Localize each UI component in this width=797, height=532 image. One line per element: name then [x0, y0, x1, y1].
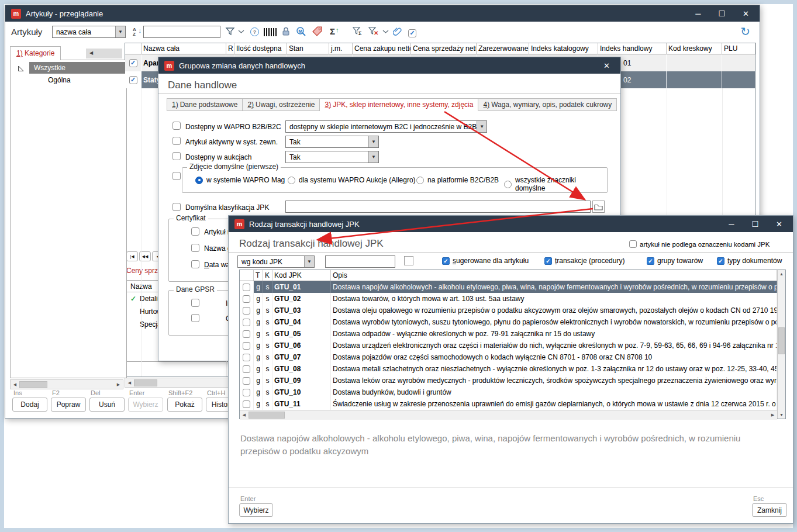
jpk-row-selected[interactable]: g s GTU_01 Dostawa napojów alkoholowych …: [240, 281, 777, 293]
row-checkbox[interactable]: [243, 365, 250, 373]
close-button[interactable]: Zamknij: [752, 503, 787, 517]
jpk-row[interactable]: g s GTU_07 Dostawa pojazdów oraz części …: [240, 351, 777, 363]
column-header[interactable]: Cena zakupu netto: [353, 43, 411, 54]
help-icon[interactable]: ?: [250, 27, 259, 36]
row-checkbox[interactable]: ✓: [129, 59, 137, 67]
radio-wapro-mag[interactable]: w systemie WAPRO Mag: [195, 176, 285, 184]
titlebar-jpk[interactable]: m Rodzaj transakcji handlowej JPK ─ ☐ ✕: [229, 216, 793, 232]
column-header[interactable]: Zarezerwowane: [477, 43, 529, 54]
tab-weight[interactable]: 4)Waga, wymiary, opis, podatek cukrowy: [478, 98, 617, 111]
jpk-vscrollbar[interactable]: ▲ ▼: [777, 270, 785, 419]
select-button[interactable]: Wybierz: [239, 503, 273, 517]
sort-az-icon[interactable]: AZ↓: [129, 26, 140, 39]
filter-clear-icon[interactable]: ✕: [368, 27, 379, 36]
titlebar-articles[interactable]: m Artykuły - przeglądanie ─ ☐ ✕: [5, 5, 760, 22]
nav-first-button[interactable]: |◀: [126, 251, 138, 261]
column-header[interactable]: [125, 43, 142, 54]
scroll-left-icon[interactable]: ◀: [11, 382, 19, 387]
column-header[interactable]: PLU: [722, 43, 755, 54]
titlebar-group-change[interactable]: m Grupowa zmiana danych handlowych ✕: [158, 57, 620, 74]
maximize-icon[interactable]: ☐: [718, 9, 725, 18]
jpk-row[interactable]: g s GTU_11 Świadczenie usług w zakresie …: [240, 398, 777, 410]
active-ext-select[interactable]: Tak▼: [285, 136, 379, 148]
attachment-icon[interactable]: [393, 26, 403, 36]
scroll-down-icon[interactable]: ▼: [779, 413, 784, 417]
delete-button[interactable]: Usuń: [89, 398, 125, 412]
scroll-right-icon[interactable]: ▶: [768, 413, 777, 417]
filter-sum-icon[interactable]: Σ: [353, 27, 363, 36]
scroll-right-icon[interactable]: ▶: [114, 382, 123, 387]
add-button[interactable]: Dodaj: [12, 398, 47, 412]
show-button[interactable]: Pokaż: [167, 398, 202, 412]
jpk-search-mode-combo[interactable]: wg kodu JPK▼: [237, 255, 315, 268]
cert-item-checkbox[interactable]: [191, 244, 199, 252]
row-checkbox[interactable]: [243, 319, 250, 326]
scroll-left-icon[interactable]: ◀: [240, 413, 249, 417]
row-checkbox[interactable]: [243, 307, 250, 315]
jpk-hscrollbar[interactable]: ◀ ▶: [240, 410, 777, 420]
gpsr-item-checkbox[interactable]: [191, 314, 199, 322]
filter-transactions-checkbox[interactable]: ✓transakcje (procedury): [544, 257, 625, 265]
tree-expander-icon[interactable]: [15, 63, 26, 73]
row-checkbox[interactable]: [243, 342, 250, 350]
row-checkbox[interactable]: [243, 377, 250, 385]
row-checkbox[interactable]: [243, 295, 250, 303]
refresh-icon[interactable]: ↻: [740, 25, 750, 39]
jpk-row[interactable]: g s GTU_06 Dostawa urządzeń elektroniczn…: [240, 340, 777, 351]
scroll-thumb[interactable]: [778, 327, 785, 354]
column-header[interactable]: Kod JPK: [272, 270, 331, 281]
auctions-checkbox[interactable]: [172, 152, 181, 160]
jpk-search-input[interactable]: [325, 255, 395, 268]
search-field-combo[interactable]: nazwa cała ▼: [52, 26, 126, 38]
aux-checkbox[interactable]: [404, 256, 413, 265]
column-header[interactable]: T: [254, 270, 263, 281]
tab-basic-data[interactable]: 1)Dane podstawowe: [167, 98, 243, 111]
column-header[interactable]: Ilość dostępna: [234, 43, 287, 54]
select-button[interactable]: Wybierz: [128, 398, 163, 412]
chevron-down-icon[interactable]: ▼: [368, 136, 378, 147]
auctions-select[interactable]: Tak▼: [285, 151, 379, 163]
row-checkbox[interactable]: [243, 400, 250, 408]
exempt-jpk-checkbox[interactable]: artykuł nie podlega oznaczeniu kodami JP…: [629, 240, 770, 248]
column-header[interactable]: R: [226, 43, 234, 54]
scroll-thumb[interactable]: [134, 379, 157, 386]
collapse-panel-button[interactable]: ◀: [86, 49, 122, 58]
tab-categories[interactable]: 1) Kategorie: [10, 46, 61, 60]
photo-apply-checkbox[interactable]: [172, 172, 181, 180]
jpk-row[interactable]: g s GTU_05 Dostawa odpadów - wyłącznie o…: [240, 328, 777, 340]
jpk-row[interactable]: g s GTU_04 Dostawa wyrobów tytoniowych, …: [240, 316, 777, 328]
close-icon[interactable]: ✕: [743, 9, 749, 18]
edit-button[interactable]: Popraw: [51, 398, 86, 412]
row-checkbox[interactable]: [243, 330, 250, 338]
jpk-classification-input[interactable]: [285, 201, 591, 213]
search-input[interactable]: [143, 26, 220, 38]
active-ext-checkbox[interactable]: [172, 137, 181, 145]
gpsr-item-checkbox[interactable]: [191, 299, 199, 307]
column-header[interactable]: Nazwa cała: [142, 43, 226, 54]
row-checkbox[interactable]: ✓: [129, 76, 137, 84]
tree-item-root[interactable]: Wszystkie: [11, 62, 126, 74]
jpk-row[interactable]: g s GTU_10 Dostawa budynków, budowli i g…: [240, 386, 777, 398]
grid-hscrollbar[interactable]: ◀: [125, 378, 233, 388]
close-icon[interactable]: ✕: [603, 61, 610, 70]
lock-icon[interactable]: [281, 26, 291, 36]
row-checkbox[interactable]: [243, 389, 250, 396]
minimize-icon[interactable]: ─: [695, 9, 701, 18]
chevron-down-icon[interactable]: ▼: [304, 256, 314, 267]
column-header[interactable]: Indeks handlowy: [598, 43, 667, 54]
filter-chevron-icon[interactable]: [238, 29, 244, 35]
b2b-select[interactable]: dostępny w sklepie internetowym B2C i je…: [285, 120, 487, 133]
column-header[interactable]: Stan: [287, 43, 329, 54]
radio-b2c-b2b[interactable]: na platformie B2C/B2B: [416, 176, 499, 184]
cert-item-checkbox[interactable]: [191, 227, 199, 236]
price-tag-icon[interactable]: [312, 26, 323, 37]
select-all-icon[interactable]: ✓: [408, 27, 416, 37]
chevron-down-icon[interactable]: ▼: [115, 26, 125, 37]
scroll-left-icon[interactable]: ◀: [125, 381, 134, 385]
scroll-thumb[interactable]: [249, 412, 285, 419]
jpk-row[interactable]: g s GTU_08 Dostawa metali szlachetnych o…: [240, 363, 777, 375]
column-header[interactable]: Cena sprzedaży netto: [411, 43, 477, 54]
search-document-icon[interactable]: M: [296, 26, 306, 37]
filter-groups-checkbox[interactable]: ✓grupy towarów: [647, 257, 703, 265]
jpk-row[interactable]: g s GTU_02 Dostawa towarów, o których mo…: [240, 293, 777, 305]
